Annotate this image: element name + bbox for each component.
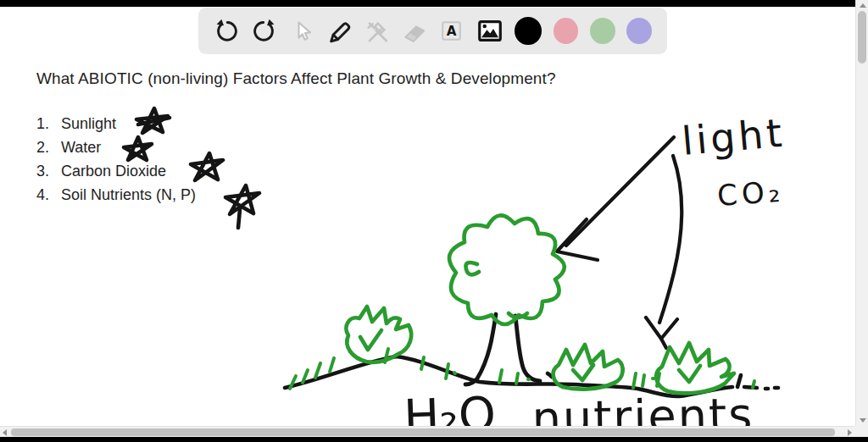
horizontal-scrollbar-thumb[interactable] xyxy=(11,428,835,436)
text-tool-glyph: A xyxy=(447,24,457,39)
shape-tools-button[interactable] xyxy=(364,17,390,46)
redo-button[interactable] xyxy=(251,17,277,46)
list-item-label: Soil Nutrients (N, P) xyxy=(61,186,196,203)
insert-image-button[interactable] xyxy=(476,17,504,46)
undo-button[interactable] xyxy=(214,17,240,46)
pen-tool-button[interactable] xyxy=(326,17,353,46)
vertical-scrollbar[interactable] xyxy=(855,0,868,426)
list-item-number: 1. xyxy=(36,115,61,133)
hammer-wrench-icon xyxy=(364,19,389,44)
page-title: What ABIOTIC (non-living) Factors Affect… xyxy=(36,69,556,88)
scrollbar-corner xyxy=(855,426,868,437)
text-tool-button[interactable]: A xyxy=(439,17,465,46)
horizontal-scrollbar[interactable] xyxy=(0,426,855,437)
vertical-scrollbar-thumb[interactable] xyxy=(858,11,866,64)
cursor-icon xyxy=(290,19,314,43)
image-icon xyxy=(476,17,504,45)
redo-icon xyxy=(252,19,277,44)
list-item-number: 3. xyxy=(36,163,61,180)
text-tool-icon: A xyxy=(439,19,464,43)
list-item-number: 4. xyxy=(36,186,61,204)
color-swatch-purple[interactable] xyxy=(626,18,652,44)
list-item: 2.Water xyxy=(36,139,101,157)
list-item-label: Sunlight xyxy=(61,115,116,132)
color-swatch-black[interactable] xyxy=(515,17,542,45)
drawing-toolbar: A xyxy=(198,8,667,54)
letterbox-bottom xyxy=(0,437,868,442)
scroll-down-arrow[interactable] xyxy=(860,418,866,423)
pen-icon xyxy=(326,19,352,44)
scroll-left-arrow[interactable] xyxy=(3,429,7,436)
list-item-label: Water xyxy=(61,139,101,156)
scroll-up-arrow[interactable] xyxy=(860,3,866,8)
list-item-number: 2. xyxy=(36,139,61,157)
letterbox-top xyxy=(0,0,855,7)
list-item-label: Carbon Dioxide xyxy=(61,163,166,180)
list-item: 1.Sunlight xyxy=(36,115,116,133)
eraser-tool-button[interactable] xyxy=(401,17,427,46)
color-swatch-green[interactable] xyxy=(590,18,615,44)
color-swatch-pink[interactable] xyxy=(554,18,579,44)
list-item: 4.Soil Nutrients (N, P) xyxy=(36,186,196,204)
undo-icon xyxy=(214,19,239,44)
scroll-right-arrow[interactable] xyxy=(848,429,852,436)
eraser-icon xyxy=(402,19,427,44)
select-tool-button[interactable] xyxy=(289,17,315,46)
list-item: 3.Carbon Dioxide xyxy=(36,163,166,180)
